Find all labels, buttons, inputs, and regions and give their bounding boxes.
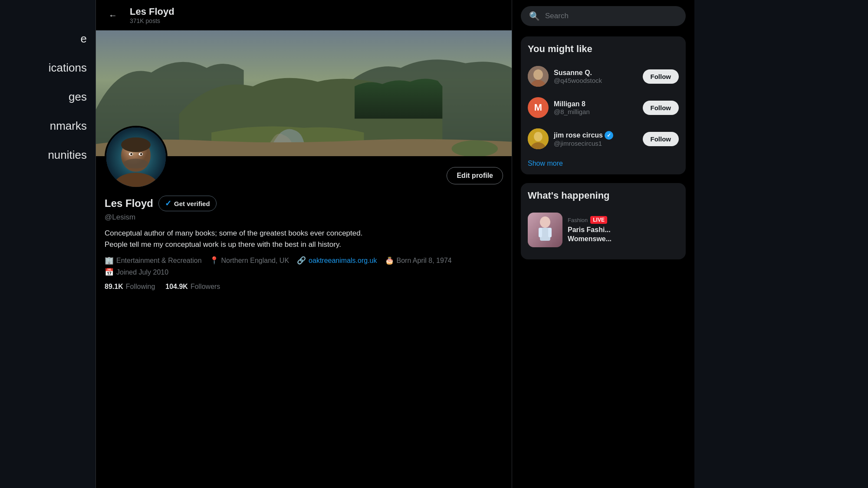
whats-happening-widget: What's happening	[521, 183, 686, 259]
svg-point-11	[140, 153, 142, 155]
following-stat[interactable]: 89.1K Following	[105, 283, 155, 291]
suggestion-avatar-jimrose	[528, 128, 549, 149]
follow-button-jimrose[interactable]: Follow	[643, 132, 679, 146]
suggestion-item-milligan[interactable]: M Milligan 8 @8_milligan Follow	[521, 92, 686, 123]
avatar-row: Edit profile	[96, 126, 512, 189]
suggestion-info-susanne: Susanne Q. @q45woodstock	[554, 69, 638, 84]
profile-handle: @Lesism	[105, 213, 503, 222]
profile-avatar[interactable]	[105, 126, 168, 189]
meta-website[interactable]: 🔗 oaktreeanimals.org.uk	[297, 256, 377, 265]
name-row: Les Floyd ✓ Get verified	[105, 196, 503, 211]
search-bar[interactable]: 🔍	[521, 6, 686, 26]
profile-info: Les Floyd ✓ Get verified @Lesism Concept…	[96, 189, 512, 298]
svg-point-6	[121, 138, 151, 152]
profile-meta: 🏢 Entertainment & Recreation 📍 Northern …	[105, 256, 503, 277]
search-input[interactable]	[545, 12, 677, 20]
header-posts-count: 371K posts	[130, 17, 174, 24]
svg-point-13	[533, 69, 543, 80]
meta-category: 🏢 Entertainment & Recreation	[105, 256, 202, 265]
followers-stat[interactable]: 104.9K Followers	[165, 283, 220, 291]
followers-count: 104.9K	[165, 283, 188, 291]
svg-point-10	[130, 153, 132, 155]
svg-rect-22	[548, 228, 552, 237]
joined-text: Joined July 2010	[116, 269, 168, 276]
following-label[interactable]: Following	[126, 283, 155, 291]
whats-happening-title: What's happening	[521, 190, 686, 207]
header-profile-name: Les Floyd	[130, 6, 174, 17]
back-button[interactable]: ←	[105, 7, 121, 23]
happening-headline: Paris Fashi... Womenswe...	[568, 226, 679, 244]
sidebar-item-communities[interactable]: nunities	[0, 142, 95, 168]
meta-born: 🎂 Born April 8, 1974	[385, 256, 452, 265]
get-verified-label: Get verified	[174, 200, 210, 207]
following-count: 89.1K	[105, 283, 123, 291]
bio-line1: Conceptual author of many books; some of…	[105, 229, 362, 237]
follow-button-susanne[interactable]: Follow	[643, 69, 679, 84]
link-icon: 🔗	[297, 256, 306, 265]
suggestion-handle-milligan: @8_milligan	[554, 108, 638, 115]
suggestion-avatar-letter-milligan: M	[534, 102, 542, 113]
avatar-face-svg	[106, 128, 166, 187]
category-text: Entertainment & Recreation	[116, 257, 202, 265]
right-sidebar: 🔍 You might like Susanne Q. @q45woodstoc…	[512, 0, 694, 488]
svg-point-7	[124, 159, 148, 169]
search-icon: 🔍	[529, 11, 540, 21]
show-more-link[interactable]: Show more	[521, 154, 686, 167]
category-icon: 🏢	[105, 256, 114, 265]
profile-header: ← Les Floyd 371K posts	[96, 0, 512, 30]
left-sidebar: e ications ges nmarks nunities	[0, 0, 95, 488]
sidebar-item-notifications[interactable]: ications	[0, 55, 95, 81]
edit-profile-button[interactable]: Edit profile	[447, 167, 503, 184]
suggestion-handle-jimrose: @jimrosecircus1	[554, 140, 638, 147]
suggestion-handle-susanne: @q45woodstock	[554, 77, 638, 84]
suggestion-item-susanne[interactable]: Susanne Q. @q45woodstock Follow	[521, 61, 686, 92]
born-text: Born April 8, 1974	[397, 257, 452, 265]
profile-display-name: Les Floyd	[105, 197, 153, 210]
happening-category: Fashion LIVE	[568, 216, 679, 224]
suggestion-info-milligan: Milligan 8 @8_milligan	[554, 100, 638, 115]
follow-button-milligan[interactable]: Follow	[643, 101, 679, 115]
you-might-like-widget: You might like Susanne Q. @q45woodstock …	[521, 36, 686, 174]
verify-check-icon: ✓	[165, 199, 171, 208]
suggestion-item-jimrose[interactable]: jim rose circus ✓ @jimrosecircus1 Follow	[521, 123, 686, 154]
happening-item-paris-fashion[interactable]: Fashion LIVE Paris Fashi... Womenswe...	[521, 207, 686, 252]
sidebar-item-messages[interactable]: ges	[0, 84, 95, 110]
suggestion-name-milligan: Milligan 8	[554, 100, 638, 108]
website-link[interactable]: oaktreeanimals.org.uk	[309, 257, 377, 265]
get-verified-button[interactable]: ✓ Get verified	[158, 196, 217, 211]
main-content: ← Les Floyd 371K posts	[95, 0, 512, 488]
calendar-icon: 📅	[105, 268, 114, 277]
follow-stats: 89.1K Following 104.9K Followers	[105, 283, 503, 298]
svg-point-16	[534, 132, 542, 141]
happening-headline-text2: Womenswe...	[568, 235, 612, 242]
svg-rect-21	[539, 228, 542, 237]
you-might-like-title: You might like	[521, 43, 686, 61]
suggestion-avatar-milligan: M	[528, 97, 549, 118]
sidebar-item-home[interactable]: e	[0, 26, 95, 52]
verified-badge-jimrose: ✓	[605, 131, 613, 140]
profile-bio: Conceptual author of many books; some of…	[105, 228, 503, 250]
avatar-inner	[106, 128, 166, 187]
back-arrow-icon: ←	[108, 10, 117, 20]
suggestion-avatar-susanne	[528, 66, 549, 87]
svg-point-19	[540, 216, 550, 228]
location-text: Northern England, UK	[221, 257, 289, 265]
live-badge: LIVE	[590, 216, 607, 224]
header-info: Les Floyd 371K posts	[130, 6, 174, 24]
suggestion-name-jimrose: jim rose circus ✓	[554, 131, 638, 140]
suggestion-info-jimrose: jim rose circus ✓ @jimrosecircus1	[554, 131, 638, 147]
meta-joined: 📅 Joined July 2010	[105, 268, 168, 277]
happening-thumbnail	[528, 213, 562, 247]
meta-location: 📍 Northern England, UK	[210, 256, 289, 265]
happening-info-paris-fashion: Fashion LIVE Paris Fashi... Womenswe...	[568, 216, 679, 244]
suggestion-name-susanne: Susanne Q.	[554, 69, 638, 77]
sidebar-item-bookmarks[interactable]: nmarks	[0, 113, 95, 139]
bio-line2: People tell me my conceptual work is up …	[105, 240, 341, 249]
followers-label[interactable]: Followers	[191, 283, 220, 291]
happening-headline-text: Paris Fashi...	[568, 226, 611, 233]
birthday-icon: 🎂	[385, 256, 394, 265]
location-icon: 📍	[210, 256, 219, 265]
